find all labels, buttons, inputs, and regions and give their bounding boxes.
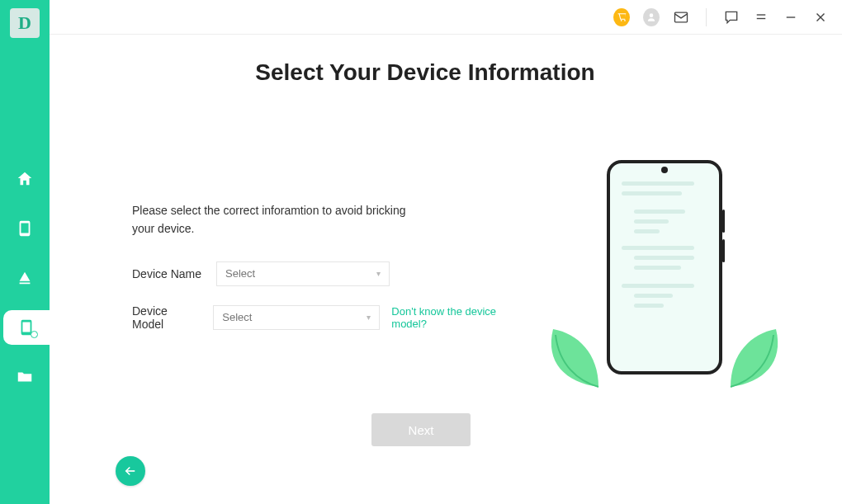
folder-icon <box>16 368 34 386</box>
menu-icon <box>754 10 769 25</box>
titlebar-separator <box>706 8 707 26</box>
leaf-right-icon <box>722 317 788 391</box>
page-title: Select Your Device Information <box>50 59 801 86</box>
cart-icon <box>613 8 630 26</box>
device-name-select[interactable]: Select ▾ <box>216 261 390 286</box>
device-model-help-link[interactable]: Don't know the device model? <box>391 305 528 330</box>
next-button[interactable]: Next <box>371 413 471 446</box>
user-icon <box>643 8 660 26</box>
back-button[interactable] <box>116 456 145 486</box>
minimize-icon <box>783 10 798 25</box>
device-name-label: Device Name <box>132 267 205 280</box>
cloud-icon <box>16 269 34 287</box>
main-area: Select Your Device Information Please se… <box>50 0 842 504</box>
device-name-value: Select <box>225 267 255 280</box>
sidebar-item-cloud[interactable] <box>7 261 42 295</box>
svg-rect-0 <box>675 12 688 22</box>
close-icon <box>813 10 828 25</box>
sidebar-item-folder[interactable] <box>7 360 42 394</box>
feedback-button[interactable] <box>723 9 740 26</box>
device-model-select[interactable]: Select ▾ <box>213 305 380 330</box>
device-model-value: Select <box>222 311 252 323</box>
chevron-down-icon: ▾ <box>376 269 381 278</box>
device-name-row: Device Name Select ▾ <box>132 261 528 286</box>
titlebar <box>50 0 842 35</box>
app-logo-letter: D <box>18 12 31 34</box>
chat-icon <box>723 9 740 26</box>
mail-icon <box>673 9 689 26</box>
content: Select Your Device Information Please se… <box>50 35 842 504</box>
minimize-button[interactable] <box>783 9 799 26</box>
instruction-text: Please select the correct inforamtion to… <box>132 201 413 238</box>
sidebar-item-phone[interactable] <box>7 211 42 246</box>
leaf-left-icon <box>541 317 607 391</box>
device-model-row: Device Model Select ▾ Don't know the dev… <box>132 304 528 331</box>
device-illustration <box>528 135 801 399</box>
arrow-left-icon <box>123 464 138 478</box>
sidebar-item-home[interactable] <box>7 162 42 196</box>
mail-button[interactable] <box>673 9 689 26</box>
chevron-down-icon: ▾ <box>367 313 371 322</box>
phone-icon <box>16 219 34 238</box>
sidebar: D <box>0 0 50 504</box>
alert-badge-icon <box>31 331 38 338</box>
user-button[interactable] <box>643 9 660 26</box>
sidebar-item-phone-alert[interactable] <box>3 310 50 345</box>
form-area: Please select the correct inforamtion to… <box>132 135 528 349</box>
phone-illustration <box>607 160 722 374</box>
close-button[interactable] <box>812 9 829 26</box>
home-icon <box>16 170 34 188</box>
device-model-label: Device Model <box>132 304 201 331</box>
app-logo: D <box>10 8 40 38</box>
cart-button[interactable] <box>613 9 630 26</box>
menu-button[interactable] <box>753 9 769 26</box>
